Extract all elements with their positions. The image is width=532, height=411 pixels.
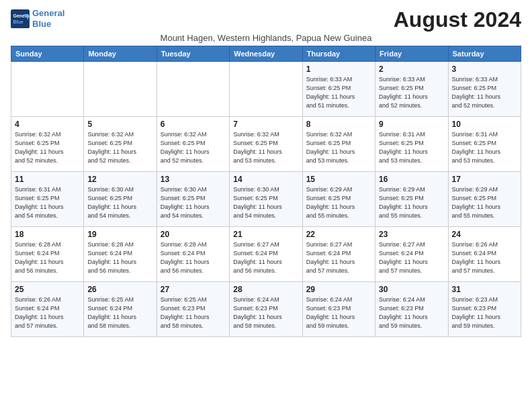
day-detail: Sunrise: 6:27 AMSunset: 6:24 PMDaylight:… [379,240,444,275]
subtitle: Mount Hagen, Western Highlands, Papua Ne… [11,33,521,43]
calendar-cell: 13Sunrise: 6:30 AMSunset: 6:25 PMDayligh… [157,172,229,227]
day-number: 11 [15,175,80,184]
day-detail: Sunrise: 6:28 AMSunset: 6:24 PMDaylight:… [161,240,226,275]
day-detail: Sunrise: 6:28 AMSunset: 6:24 PMDaylight:… [87,240,152,275]
calendar-cell: 9Sunrise: 6:31 AMSunset: 6:25 PMDaylight… [375,117,448,172]
day-number: 24 [452,230,517,239]
day-number: 27 [161,285,226,294]
day-detail: Sunrise: 6:33 AMSunset: 6:25 PMDaylight:… [306,75,371,110]
day-number: 26 [87,285,152,294]
column-header-thursday: Thursday [302,46,375,62]
calendar-cell: 19Sunrise: 6:28 AMSunset: 6:24 PMDayligh… [84,227,157,282]
day-number: 25 [15,285,80,294]
day-number: 21 [233,230,298,239]
day-number: 19 [87,230,152,239]
day-number: 1 [306,64,371,74]
calendar-cell: 11Sunrise: 6:31 AMSunset: 6:25 PMDayligh… [11,172,84,227]
calendar-header: SundayMondayTuesdayWednesdayThursdayFrid… [11,46,521,62]
day-number: 29 [306,285,371,294]
day-detail: Sunrise: 6:26 AMSunset: 6:24 PMDaylight:… [452,240,517,275]
week-row-1: 1Sunrise: 6:33 AMSunset: 6:25 PMDaylight… [11,62,521,117]
day-detail: Sunrise: 6:24 AMSunset: 6:23 PMDaylight:… [379,295,444,330]
logo: General Blue General Blue [11,8,64,29]
logo-text: General Blue [32,8,64,29]
day-number: 30 [379,285,444,294]
calendar-cell: 17Sunrise: 6:29 AMSunset: 6:25 PMDayligh… [448,172,521,227]
day-detail: Sunrise: 6:25 AMSunset: 6:24 PMDaylight:… [87,295,152,330]
main-title: August 2024 [394,8,521,32]
calendar-cell: 7Sunrise: 6:32 AMSunset: 6:25 PMDaylight… [230,117,302,172]
day-detail: Sunrise: 6:30 AMSunset: 6:25 PMDaylight:… [161,185,226,220]
column-header-saturday: Saturday [448,46,521,62]
day-detail: Sunrise: 6:27 AMSunset: 6:24 PMDaylight:… [306,240,371,275]
page: General Blue General Blue August 2024 Mo… [0,0,532,342]
calendar-cell [84,62,157,117]
calendar-cell: 2Sunrise: 6:33 AMSunset: 6:25 PMDaylight… [375,62,448,117]
calendar-cell: 29Sunrise: 6:24 AMSunset: 6:23 PMDayligh… [302,282,375,337]
day-number: 2 [379,64,444,74]
calendar-cell: 21Sunrise: 6:27 AMSunset: 6:24 PMDayligh… [230,227,302,282]
day-detail: Sunrise: 6:32 AMSunset: 6:25 PMDaylight:… [87,130,152,165]
header-row: SundayMondayTuesdayWednesdayThursdayFrid… [11,46,521,62]
calendar-cell: 23Sunrise: 6:27 AMSunset: 6:24 PMDayligh… [375,227,448,282]
calendar-body: 1Sunrise: 6:33 AMSunset: 6:25 PMDaylight… [11,62,521,337]
column-header-tuesday: Tuesday [157,46,229,62]
calendar-cell [157,62,229,117]
title-block: August 2024 [394,8,521,32]
calendar-cell: 31Sunrise: 6:23 AMSunset: 6:23 PMDayligh… [448,282,521,337]
day-detail: Sunrise: 6:32 AMSunset: 6:25 PMDaylight:… [233,130,298,165]
day-detail: Sunrise: 6:32 AMSunset: 6:25 PMDaylight:… [161,130,226,165]
day-number: 22 [306,230,371,239]
day-detail: Sunrise: 6:32 AMSunset: 6:25 PMDaylight:… [15,130,80,165]
calendar-cell: 4Sunrise: 6:32 AMSunset: 6:25 PMDaylight… [11,117,84,172]
calendar-table: SundayMondayTuesdayWednesdayThursdayFrid… [11,46,521,337]
calendar-cell: 20Sunrise: 6:28 AMSunset: 6:24 PMDayligh… [157,227,229,282]
day-detail: Sunrise: 6:29 AMSunset: 6:25 PMDaylight:… [452,185,517,220]
day-detail: Sunrise: 6:31 AMSunset: 6:25 PMDaylight:… [379,130,444,165]
day-detail: Sunrise: 6:31 AMSunset: 6:25 PMDaylight:… [15,185,80,220]
week-row-5: 25Sunrise: 6:26 AMSunset: 6:24 PMDayligh… [11,282,521,337]
day-number: 28 [233,285,298,294]
calendar-cell: 1Sunrise: 6:33 AMSunset: 6:25 PMDaylight… [302,62,375,117]
calendar-cell: 15Sunrise: 6:29 AMSunset: 6:25 PMDayligh… [302,172,375,227]
day-detail: Sunrise: 6:23 AMSunset: 6:23 PMDaylight:… [452,295,517,330]
day-detail: Sunrise: 6:33 AMSunset: 6:25 PMDaylight:… [452,75,517,110]
day-number: 12 [87,175,152,184]
svg-text:Blue: Blue [13,19,24,24]
column-header-friday: Friday [375,46,448,62]
calendar-cell: 3Sunrise: 6:33 AMSunset: 6:25 PMDaylight… [448,62,521,117]
day-number: 5 [87,120,152,129]
day-number: 7 [233,120,298,129]
calendar-cell [11,62,84,117]
day-detail: Sunrise: 6:26 AMSunset: 6:24 PMDaylight:… [15,295,80,330]
day-number: 6 [161,120,226,129]
day-number: 16 [379,175,444,184]
column-header-sunday: Sunday [11,46,84,62]
day-number: 3 [452,64,517,74]
calendar-cell: 10Sunrise: 6:31 AMSunset: 6:25 PMDayligh… [448,117,521,172]
day-detail: Sunrise: 6:30 AMSunset: 6:25 PMDaylight:… [233,185,298,220]
calendar-cell: 25Sunrise: 6:26 AMSunset: 6:24 PMDayligh… [11,282,84,337]
calendar-cell: 12Sunrise: 6:30 AMSunset: 6:25 PMDayligh… [84,172,157,227]
day-number: 8 [306,120,371,129]
day-detail: Sunrise: 6:24 AMSunset: 6:23 PMDaylight:… [233,295,298,330]
day-number: 13 [161,175,226,184]
day-detail: Sunrise: 6:24 AMSunset: 6:23 PMDaylight:… [306,295,371,330]
column-header-monday: Monday [84,46,157,62]
day-number: 15 [306,175,371,184]
svg-rect-0 [11,9,30,28]
day-detail: Sunrise: 6:31 AMSunset: 6:25 PMDaylight:… [452,130,517,165]
calendar-cell: 14Sunrise: 6:30 AMSunset: 6:25 PMDayligh… [230,172,302,227]
day-detail: Sunrise: 6:27 AMSunset: 6:24 PMDaylight:… [233,240,298,275]
calendar-cell: 28Sunrise: 6:24 AMSunset: 6:23 PMDayligh… [230,282,302,337]
day-number: 9 [379,120,444,129]
day-detail: Sunrise: 6:32 AMSunset: 6:25 PMDaylight:… [306,130,371,165]
calendar-cell: 27Sunrise: 6:25 AMSunset: 6:23 PMDayligh… [157,282,229,337]
day-number: 18 [15,230,80,239]
calendar-cell: 5Sunrise: 6:32 AMSunset: 6:25 PMDaylight… [84,117,157,172]
day-detail: Sunrise: 6:29 AMSunset: 6:25 PMDaylight:… [379,185,444,220]
day-detail: Sunrise: 6:29 AMSunset: 6:25 PMDaylight:… [306,185,371,220]
week-row-2: 4Sunrise: 6:32 AMSunset: 6:25 PMDaylight… [11,117,521,172]
calendar-cell [230,62,302,117]
day-detail: Sunrise: 6:33 AMSunset: 6:25 PMDaylight:… [379,75,444,110]
